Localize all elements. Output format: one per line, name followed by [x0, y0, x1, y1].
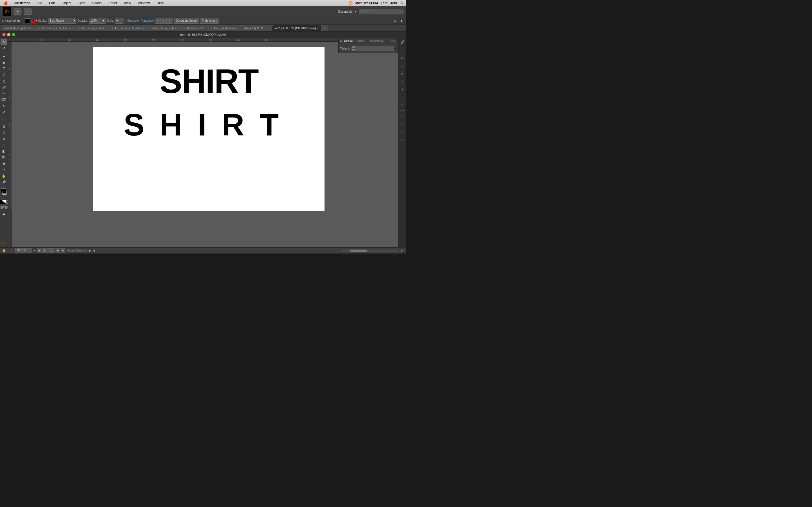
tool-blend[interactable]: ◉: [1, 161, 7, 167]
tab-7[interactable]: sleeve* @ 33.33... ×: [241, 25, 272, 31]
tool-perspective[interactable]: ◈: [1, 136, 7, 142]
tab-5[interactable]: cat_brooch.ai* ... ×: [183, 25, 211, 31]
default-colors-btn[interactable]: [0, 200, 2, 204]
panel-icon-assets[interactable]: ⬙: [399, 62, 405, 69]
swap-colors-btn[interactable]: [2, 200, 6, 204]
toggle-nav-arrow[interactable]: ◀: [93, 249, 95, 252]
arrange-icon[interactable]: ≡: [391, 17, 398, 24]
apple-menu[interactable]: 🍎: [2, 1, 9, 5]
menu-object[interactable]: Object: [60, 1, 72, 5]
weight-down-btn[interactable]: ▼: [352, 49, 355, 51]
next-page-btn[interactable]: ▶: [56, 248, 60, 253]
tab-2-close[interactable]: ×: [105, 27, 107, 30]
window-min-btn[interactable]: [7, 33, 10, 36]
toggle-selection-arrow[interactable]: ▶: [89, 249, 91, 252]
panel-icon-cc-libraries[interactable]: ⊛: [399, 136, 405, 143]
essentials-dropdown-icon[interactable]: ▾: [355, 10, 356, 13]
tool-scissors[interactable]: ✂: [1, 167, 7, 173]
tool-select[interactable]: ↖: [1, 39, 7, 45]
tab-6-close[interactable]: ×: [237, 27, 239, 30]
page-input[interactable]: [47, 248, 55, 253]
gradient-tab[interactable]: Gradient: [354, 40, 365, 43]
stroke-swatch[interactable]: [31, 19, 35, 23]
tab-1-close[interactable]: ×: [72, 27, 74, 30]
menu-file[interactable]: File: [36, 1, 43, 5]
weight-up-btn[interactable]: ▲: [352, 46, 355, 48]
panel-expand-icon[interactable]: ≫: [391, 40, 393, 43]
stroke-panel-title[interactable]: Stroke: [344, 40, 353, 43]
prev-page-btn[interactable]: ◀: [42, 248, 47, 253]
h-scroll-track[interactable]: [342, 249, 398, 252]
document-setup-btn[interactable]: Document Setup: [174, 18, 199, 24]
tab-8-close[interactable]: ×: [317, 27, 319, 30]
gradient-mode-btn[interactable]: [2, 206, 6, 209]
menu-view[interactable]: View: [123, 1, 132, 5]
bottom-share-icon[interactable]: ↗: [8, 248, 13, 253]
menu-effect[interactable]: Effect: [107, 1, 118, 5]
fill-swatch[interactable]: [25, 18, 30, 23]
tool-mesh[interactable]: ⊡: [1, 142, 7, 148]
tool-eraser[interactable]: ⌫: [1, 97, 7, 103]
tab-8-active[interactable]: font* @ 66.67% (CMYK/Preview) ×: [272, 25, 321, 31]
tool-free-transform[interactable]: ⊕: [1, 123, 7, 129]
menu-illustrator[interactable]: Illustrator: [13, 1, 31, 5]
more-icon[interactable]: ▾: [398, 17, 405, 24]
opacity-arrow[interactable]: ▾: [103, 19, 104, 22]
tool-pencil[interactable]: ✏: [1, 91, 7, 97]
bottom-lock-icon[interactable]: 🔒: [2, 248, 7, 253]
menu-search-icon[interactable]: 🔍: [400, 1, 404, 5]
tab-7-close[interactable]: ×: [268, 27, 269, 30]
weight-dropdown-icon[interactable]: ▾: [394, 47, 396, 50]
zoom-select[interactable]: 66.67%: [15, 248, 32, 253]
panel-icon-pathfinder[interactable]: ⊘: [399, 129, 405, 135]
tool-eyedropper[interactable]: 🔍: [1, 154, 7, 161]
paragraph-link[interactable]: Paragraph: [141, 19, 154, 22]
panel-icon-swatches[interactable]: ◈: [399, 86, 405, 93]
tab-1[interactable]: color_theory_cuts_final.ai ×: [37, 25, 77, 31]
tool-type[interactable]: T: [1, 66, 7, 72]
tool-paintbrush[interactable]: 🖌: [1, 84, 7, 91]
tab-4[interactable]: color_theory_cuts.ai ×: [149, 25, 183, 31]
tool-draw-mode[interactable]: ⬙: [1, 211, 7, 217]
panel-icon-brushes[interactable]: ≡: [399, 94, 405, 100]
panel-icon-layers[interactable]: ◧: [399, 55, 405, 61]
tab-more-btn[interactable]: ›: [321, 25, 328, 31]
artboard-container[interactable]: SHIRT SHIRT: [12, 42, 406, 247]
character-link[interactable]: Character: [127, 19, 140, 22]
stroke-color-box[interactable]: [3, 191, 6, 194]
tool-rect[interactable]: ◻: [1, 78, 7, 84]
search-input[interactable]: [359, 9, 404, 14]
last-page-btn[interactable]: ▶|: [61, 248, 65, 253]
menu-window[interactable]: Window: [137, 1, 151, 5]
align-right-btn[interactable]: ≡: [167, 18, 172, 24]
zoom-dropdown-icon[interactable]: ▾: [34, 249, 35, 252]
opacity-input[interactable]: 100% ▾: [89, 18, 106, 24]
tool-direct-select[interactable]: ↗: [1, 45, 7, 51]
window-max-btn[interactable]: [12, 33, 15, 36]
tool-shape-builder[interactable]: ⊞: [1, 129, 7, 136]
panel-toggle[interactable]: ≡: [24, 8, 32, 15]
panel-icon-symbols[interactable]: ⊕: [399, 102, 405, 108]
tab-4-close[interactable]: ×: [179, 27, 180, 30]
tool-line[interactable]: ╱: [1, 72, 7, 78]
menu-select[interactable]: Select: [91, 1, 103, 5]
tool-hand[interactable]: ✋: [1, 173, 7, 179]
panel-icon-transform[interactable]: ⊡: [399, 113, 405, 119]
style-arrow[interactable]: ▾: [116, 19, 118, 22]
tab-0[interactable]: weatshirt_template.ai* ×: [1, 25, 37, 31]
preferences-btn[interactable]: Preferences: [200, 18, 219, 24]
canvas-area[interactable]: 100 200 300 400 500 600 700: [8, 38, 406, 247]
align-left-btn[interactable]: ≡: [155, 18, 161, 24]
tab-3[interactable]: color_theory_cuts_final.ai ×: [110, 25, 149, 31]
change-screen-mode[interactable]: ▭: [1, 240, 7, 246]
tab-0-close[interactable]: ×: [33, 27, 34, 30]
tab-2[interactable]: color_theory_cuts.ai ×: [77, 25, 109, 31]
transparency-tab[interactable]: Transparency: [367, 40, 384, 43]
tool-blob[interactable]: ◆: [1, 59, 7, 66]
h-scroll-right-btn[interactable]: ▶: [399, 248, 404, 253]
panel-icon-graphic-styles[interactable]: ✦: [399, 78, 405, 84]
stroke-dropdown-arrow[interactable]: ▾: [73, 19, 75, 22]
color-mode-btn[interactable]: [0, 206, 2, 209]
menu-edit[interactable]: Edit: [48, 1, 56, 5]
panel-menu-icon[interactable]: ≡: [394, 40, 396, 43]
